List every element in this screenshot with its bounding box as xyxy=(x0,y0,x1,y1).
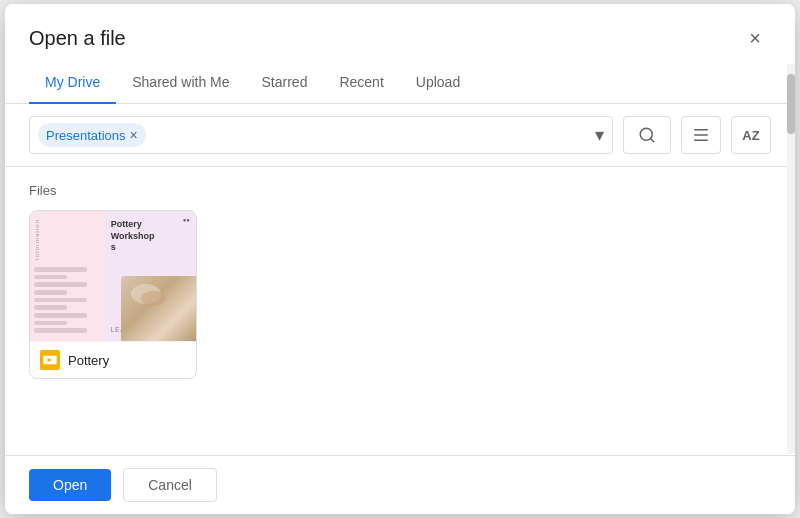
tab-my-drive[interactable]: My Drive xyxy=(29,62,116,104)
filter-chip-label: Presentations xyxy=(46,128,126,143)
cancel-button[interactable]: Cancel xyxy=(123,468,217,502)
dialog-title: Open a file xyxy=(29,27,126,50)
svg-rect-3 xyxy=(694,134,708,136)
files-grid: Information xyxy=(29,210,771,379)
open-button[interactable]: Open xyxy=(29,469,111,501)
file-name: Pottery xyxy=(68,353,109,368)
tab-recent[interactable]: Recent xyxy=(323,62,399,104)
tab-starred[interactable]: Starred xyxy=(246,62,324,104)
svg-rect-4 xyxy=(694,140,708,142)
sort-icon: AZ xyxy=(742,128,759,143)
close-button[interactable]: × xyxy=(739,22,771,54)
svg-rect-2 xyxy=(694,129,708,131)
search-button[interactable] xyxy=(623,116,671,154)
pottery-image xyxy=(121,276,196,341)
dialog-footer: Open Cancel xyxy=(5,455,795,514)
toolbar: Presentations × ▾ AZ xyxy=(5,104,795,167)
list-view-button[interactable] xyxy=(681,116,721,154)
filter-select[interactable]: Presentations × ▾ xyxy=(29,116,613,154)
open-file-dialog: Open a file × My Drive Shared with Me St… xyxy=(5,4,795,514)
dropdown-arrow-icon[interactable]: ▾ xyxy=(595,124,604,146)
sort-button[interactable]: AZ xyxy=(731,116,771,154)
tabs-container: My Drive Shared with Me Starred Recent U… xyxy=(5,62,795,104)
scrollbar-thumb[interactable] xyxy=(787,74,795,134)
thumb-left-panel: Information xyxy=(30,211,105,341)
file-card[interactable]: Information xyxy=(29,210,197,379)
list-view-icon xyxy=(692,126,710,144)
file-footer: Pottery xyxy=(30,341,196,378)
section-label: Files xyxy=(29,183,771,198)
dialog-header: Open a file × xyxy=(5,4,795,54)
scrollbar-track[interactable] xyxy=(787,64,795,454)
slides-icon xyxy=(40,350,60,370)
search-icon xyxy=(638,126,656,144)
svg-line-1 xyxy=(650,138,653,141)
tab-shared-with-me[interactable]: Shared with Me xyxy=(116,62,245,104)
tab-upload[interactable]: Upload xyxy=(400,62,476,104)
filter-chip: Presentations × xyxy=(38,123,146,147)
content-area: Files Information xyxy=(5,167,795,455)
file-thumbnail: Information xyxy=(30,211,196,341)
filter-chip-close-button[interactable]: × xyxy=(130,128,138,142)
thumb-right-panel: ●● PotteryWorkshops LEARN TOGETHER xyxy=(105,211,196,341)
